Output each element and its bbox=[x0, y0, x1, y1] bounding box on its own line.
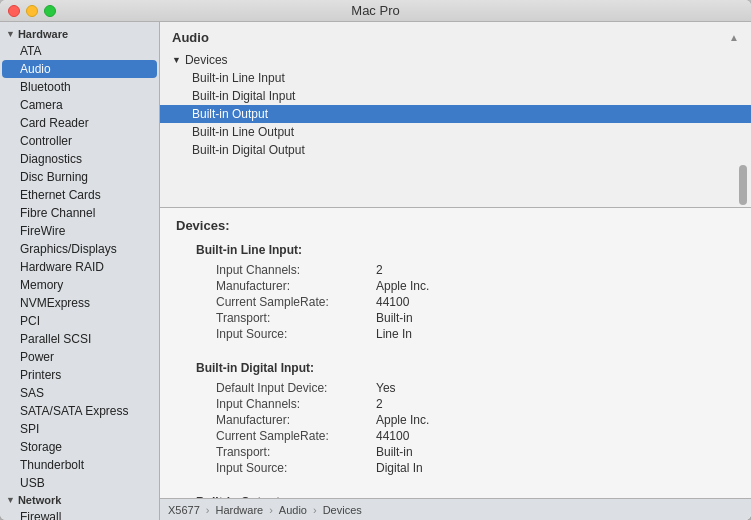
breadcrumb-machine-id: X5677 bbox=[168, 504, 200, 516]
triangle-icon: ▼ bbox=[6, 495, 15, 505]
hardware-group-label: Hardware bbox=[18, 28, 68, 40]
prop-label: Current SampleRate: bbox=[216, 429, 376, 443]
triangle-icon: ▼ bbox=[172, 55, 181, 65]
top-section: Audio ▲ ▼ Devices Built-in Line Input Bu… bbox=[160, 22, 751, 208]
sidebar-item-pci[interactable]: PCI bbox=[2, 312, 157, 330]
sidebar-item-hardware-raid[interactable]: Hardware RAID bbox=[2, 258, 157, 276]
sidebar-item-ethernet-cards[interactable]: Ethernet Cards bbox=[2, 186, 157, 204]
sidebar-item-storage[interactable]: Storage bbox=[2, 438, 157, 456]
breadcrumb-hardware[interactable]: Hardware bbox=[215, 504, 263, 516]
prop-label: Input Source: bbox=[216, 327, 376, 341]
sidebar-item-printers[interactable]: Printers bbox=[2, 366, 157, 384]
tree-item-digital-output[interactable]: Built-in Digital Output bbox=[160, 141, 751, 159]
sidebar-item-camera[interactable]: Camera bbox=[2, 96, 157, 114]
devices-group[interactable]: ▼ Devices bbox=[160, 51, 751, 69]
sidebar-group-network[interactable]: ▼ Network bbox=[0, 492, 159, 508]
close-button[interactable] bbox=[8, 5, 20, 17]
prop-value: 44100 bbox=[376, 295, 735, 309]
audio-section-header: Audio ▲ bbox=[160, 30, 751, 51]
prop-label: Input Channels: bbox=[216, 263, 376, 277]
audio-section-title: Audio bbox=[172, 30, 209, 45]
collapse-icon[interactable]: ▲ bbox=[729, 32, 739, 43]
sidebar-item-controller[interactable]: Controller bbox=[2, 132, 157, 150]
sidebar: ▼ Hardware ATA Audio Bluetooth Camera Ca… bbox=[0, 22, 160, 520]
sidebar-item-sata[interactable]: SATA/SATA Express bbox=[2, 402, 157, 420]
titlebar: Mac Pro bbox=[0, 0, 751, 22]
prop-label: Transport: bbox=[216, 445, 376, 459]
sidebar-item-nvmexpress[interactable]: NVMExpress bbox=[2, 294, 157, 312]
prop-label: Default Input Device: bbox=[216, 381, 376, 395]
prop-value: Built-in bbox=[376, 311, 735, 325]
prop-value: Yes bbox=[376, 381, 735, 395]
scroll-indicator bbox=[160, 163, 751, 207]
prop-label: Transport: bbox=[216, 311, 376, 325]
devices-group-label: Devices bbox=[185, 53, 228, 67]
breadcrumb-audio[interactable]: Audio bbox=[279, 504, 307, 516]
sidebar-item-spi[interactable]: SPI bbox=[2, 420, 157, 438]
device-block-digital-input: Built-in Digital Input: Default Input De… bbox=[176, 361, 735, 475]
prop-label: Current SampleRate: bbox=[216, 295, 376, 309]
breadcrumb-devices[interactable]: Devices bbox=[323, 504, 362, 516]
main-window: Mac Pro ▼ Hardware ATA Audio Bluetooth C… bbox=[0, 0, 751, 520]
scroll-thumb[interactable] bbox=[739, 165, 747, 205]
sidebar-item-thunderbolt[interactable]: Thunderbolt bbox=[2, 456, 157, 474]
tree-item-digital-input[interactable]: Built-in Digital Input bbox=[160, 87, 751, 105]
device-block-line-input: Built-in Line Input: Input Channels: 2 M… bbox=[176, 243, 735, 341]
status-bar: X5677 › Hardware › Audio › Devices bbox=[160, 498, 751, 520]
sidebar-item-sas[interactable]: SAS bbox=[2, 384, 157, 402]
sidebar-item-card-reader[interactable]: Card Reader bbox=[2, 114, 157, 132]
maximize-button[interactable] bbox=[44, 5, 56, 17]
tree-item-line-output[interactable]: Built-in Line Output bbox=[160, 123, 751, 141]
device-tree: ▼ Devices Built-in Line Input Built-in D… bbox=[160, 51, 751, 163]
prop-label: Manufacturer: bbox=[216, 413, 376, 427]
prop-value: 44100 bbox=[376, 429, 735, 443]
sidebar-item-firewall[interactable]: Firewall bbox=[2, 508, 157, 520]
minimize-button[interactable] bbox=[26, 5, 38, 17]
prop-value: 2 bbox=[376, 397, 735, 411]
device-name-digital-input: Built-in Digital Input: bbox=[196, 361, 735, 375]
prop-label: Input Channels: bbox=[216, 397, 376, 411]
prop-label: Manufacturer: bbox=[216, 279, 376, 293]
device-name-line-input: Built-in Line Input: bbox=[196, 243, 735, 257]
sidebar-group-hardware[interactable]: ▼ Hardware bbox=[0, 26, 159, 42]
sidebar-item-parallel-scsi[interactable]: Parallel SCSI bbox=[2, 330, 157, 348]
traffic-lights bbox=[8, 5, 56, 17]
property-table-digital-input: Default Input Device: Yes Input Channels… bbox=[216, 381, 735, 475]
triangle-icon: ▼ bbox=[6, 29, 15, 39]
sidebar-item-power[interactable]: Power bbox=[2, 348, 157, 366]
tree-item-builtin-output[interactable]: Built-in Output bbox=[160, 105, 751, 123]
prop-value: Line In bbox=[376, 327, 735, 341]
main-content: ▼ Hardware ATA Audio Bluetooth Camera Ca… bbox=[0, 22, 751, 520]
sidebar-item-audio[interactable]: Audio bbox=[2, 60, 157, 78]
breadcrumb-sep-3: › bbox=[313, 504, 317, 516]
prop-value: Digital In bbox=[376, 461, 735, 475]
sidebar-item-diagnostics[interactable]: Diagnostics bbox=[2, 150, 157, 168]
detail-section: Devices: Built-in Line Input: Input Chan… bbox=[160, 208, 751, 498]
sidebar-item-disc-burning[interactable]: Disc Burning bbox=[2, 168, 157, 186]
sidebar-item-memory[interactable]: Memory bbox=[2, 276, 157, 294]
tree-item-line-input[interactable]: Built-in Line Input bbox=[160, 69, 751, 87]
sidebar-item-firewire[interactable]: FireWire bbox=[2, 222, 157, 240]
sidebar-item-usb[interactable]: USB bbox=[2, 474, 157, 492]
sidebar-item-bluetooth[interactable]: Bluetooth bbox=[2, 78, 157, 96]
breadcrumb-sep-2: › bbox=[269, 504, 273, 516]
detail-pane: Audio ▲ ▼ Devices Built-in Line Input Bu… bbox=[160, 22, 751, 520]
detail-section-header: Devices: bbox=[176, 218, 735, 233]
network-group-label: Network bbox=[18, 494, 61, 506]
prop-value: Apple Inc. bbox=[376, 413, 735, 427]
sidebar-item-fibre-channel[interactable]: Fibre Channel bbox=[2, 204, 157, 222]
sidebar-item-graphics-displays[interactable]: Graphics/Displays bbox=[2, 240, 157, 258]
property-table-line-input: Input Channels: 2 Manufacturer: Apple In… bbox=[216, 263, 735, 341]
window-title: Mac Pro bbox=[351, 3, 399, 18]
prop-value: Built-in bbox=[376, 445, 735, 459]
sidebar-item-ata[interactable]: ATA bbox=[2, 42, 157, 60]
prop-value: Apple Inc. bbox=[376, 279, 735, 293]
prop-label: Input Source: bbox=[216, 461, 376, 475]
prop-value: 2 bbox=[376, 263, 735, 277]
breadcrumb-sep-1: › bbox=[206, 504, 210, 516]
